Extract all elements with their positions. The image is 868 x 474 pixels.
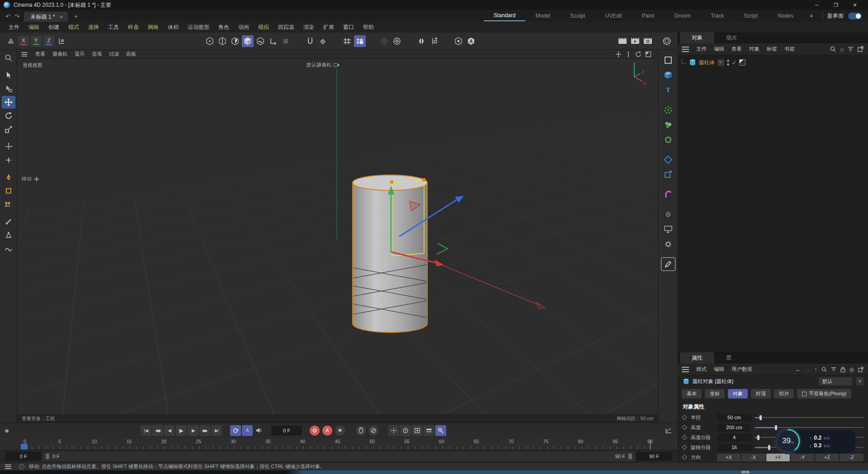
- search-icon[interactable]: [821, 367, 827, 372]
- axis-center-button[interactable]: [453, 35, 464, 47]
- parameter-handle[interactable]: [390, 180, 393, 184]
- attribute-menu-item[interactable]: 模式: [693, 365, 710, 374]
- timeline-ruler[interactable]: 051015202530354045505560657075808590: [0, 438, 678, 450]
- menu-item[interactable]: 文件: [5, 22, 24, 33]
- rotate-tool-icon[interactable]: [2, 109, 15, 122]
- edges-mode-button[interactable]: [217, 35, 228, 47]
- layer-toggle-icon[interactable]: ✎: [717, 59, 724, 66]
- play-button[interactable]: ▶: [176, 425, 187, 436]
- attribute-menu-item[interactable]: 编辑: [710, 365, 728, 374]
- bend-deformer-icon[interactable]: [661, 188, 675, 201]
- polygon-pen-tool-icon[interactable]: [2, 229, 15, 242]
- previous-frame-button[interactable]: ◀|: [164, 425, 175, 436]
- axis-lock-button[interactable]: X: [18, 36, 29, 47]
- history-forward-icon[interactable]: →: [805, 366, 811, 373]
- redo-icon[interactable]: ↷: [14, 13, 20, 20]
- workspace-tab[interactable]: UVEdit: [595, 11, 632, 21]
- live-selection-tool-icon[interactable]: [2, 69, 15, 81]
- add-document-tab-button[interactable]: +: [68, 13, 84, 22]
- undo-icon[interactable]: ↶: [5, 13, 11, 20]
- slider-handle[interactable]: [768, 445, 770, 450]
- axis-lock-tool-icon[interactable]: [2, 154, 15, 166]
- cloner-icon[interactable]: [661, 118, 675, 132]
- direction-option-button[interactable]: +X: [717, 454, 741, 461]
- property-value-field[interactable]: 200 cm: [717, 424, 751, 431]
- symmetry-button[interactable]: [415, 35, 427, 47]
- viewport-menu-item[interactable]: 查看: [32, 50, 49, 58]
- history-back-icon[interactable]: ←: [796, 366, 801, 373]
- lock-icon[interactable]: [840, 367, 845, 372]
- mouse-keying-button[interactable]: [356, 426, 366, 436]
- workspace-tab[interactable]: Sculpt: [560, 11, 595, 21]
- workspace-tab[interactable]: Groom: [664, 11, 701, 21]
- spline-pen-tool-icon[interactable]: [2, 171, 15, 184]
- move-tool-icon[interactable]: [2, 96, 15, 109]
- object-manager-menu-item[interactable]: 书签: [781, 45, 798, 53]
- render-to-picture-viewer-button[interactable]: [629, 35, 641, 47]
- visibility-dots-icon[interactable]: [727, 60, 729, 66]
- range-start-field[interactable]: 0 F: [5, 452, 42, 461]
- render-settings-button[interactable]: [642, 35, 654, 47]
- no-keying-button[interactable]: [368, 426, 378, 436]
- target-icon[interactable]: ◎: [849, 366, 854, 373]
- options-gear-icon[interactable]: [661, 237, 675, 251]
- falloff-button[interactable]: [378, 35, 390, 47]
- keyframe-diamond-icon[interactable]: ◈: [5, 427, 9, 434]
- panel-tab[interactable]: 场次: [714, 32, 749, 43]
- menu-item[interactable]: 动画: [234, 22, 253, 33]
- keyframe-diamond-icon[interactable]: [682, 445, 687, 450]
- preview-range-bar[interactable]: ▐▌ 0 F 90 F ▐▌: [42, 451, 635, 461]
- filter-icon[interactable]: [831, 367, 836, 372]
- edit-pencil-icon[interactable]: [661, 257, 675, 271]
- panel-menu-icon[interactable]: [682, 47, 689, 52]
- keying-toggle-button[interactable]: [424, 425, 434, 436]
- menu-item[interactable]: 扩展: [319, 22, 338, 33]
- scale-tool-icon[interactable]: [2, 123, 15, 136]
- selection-options-icon[interactable]: [2, 82, 15, 95]
- viewport-menu-icon[interactable]: [22, 52, 28, 57]
- keying-settings-button[interactable]: ✱: [335, 426, 345, 436]
- property-value-field[interactable]: 50 cm: [717, 414, 751, 422]
- new-ui-toggle[interactable]: [848, 13, 862, 19]
- render-view-button[interactable]: [617, 35, 628, 47]
- keyframe-diamond-icon[interactable]: [682, 415, 687, 420]
- home-icon[interactable]: ⌂: [840, 46, 844, 52]
- enabled-check-icon[interactable]: ✓: [732, 59, 737, 66]
- close-button[interactable]: ✕: [845, 0, 864, 10]
- interactive-render-region-button[interactable]: [661, 35, 673, 47]
- modifier-gear-button[interactable]: [391, 35, 403, 47]
- field-gear-icon[interactable]: [661, 133, 675, 147]
- viewport-camera-label[interactable]: 默认摄像机: [307, 62, 339, 68]
- spline-rectangle-icon[interactable]: [661, 53, 675, 67]
- menu-item[interactable]: 模拟: [254, 22, 273, 33]
- property-slider[interactable]: [755, 414, 863, 422]
- spline-primitive-icon[interactable]: [2, 185, 15, 197]
- menu-item[interactable]: 网格: [144, 22, 163, 33]
- direction-option-button[interactable]: -X: [741, 454, 765, 461]
- menu-item[interactable]: 编辑: [24, 22, 43, 33]
- workspace-tab[interactable]: Model: [525, 11, 560, 21]
- property-value-field[interactable]: 16: [717, 444, 751, 451]
- grid-button[interactable]: [341, 35, 353, 47]
- record-rotation-button[interactable]: [400, 425, 411, 436]
- workspace-tab[interactable]: Track: [701, 11, 734, 21]
- menu-item[interactable]: 样条: [124, 22, 143, 33]
- primitive-cube-icon[interactable]: [661, 68, 675, 82]
- object-manager-menu-item[interactable]: 对象: [745, 45, 763, 53]
- menu-item[interactable]: 渲染: [299, 22, 318, 33]
- workspace-tab[interactable]: Nodes: [768, 11, 803, 21]
- menu-item[interactable]: 窗口: [339, 22, 358, 33]
- object-manager-menu-item[interactable]: 标签: [763, 45, 781, 53]
- workspace-tab[interactable]: Script: [734, 11, 768, 21]
- popup-window-icon[interactable]: [858, 46, 863, 52]
- document-tab[interactable]: 未标题 1 * ✕: [24, 12, 67, 22]
- menu-item[interactable]: 模式: [64, 22, 83, 33]
- attribute-menu-item[interactable]: 用户数据: [728, 365, 756, 374]
- viewport-menu-item[interactable]: 过滤: [105, 50, 123, 58]
- viewport-menu-item[interactable]: 选项: [88, 50, 105, 58]
- quantize-grid-button[interactable]: [354, 35, 366, 47]
- attribute-section-tab[interactable]: 切片: [774, 389, 794, 398]
- autokey-record-button[interactable]: A: [322, 426, 332, 436]
- menu-item[interactable]: 运动图形: [184, 22, 213, 33]
- workspace-tab[interactable]: Standard: [484, 10, 526, 21]
